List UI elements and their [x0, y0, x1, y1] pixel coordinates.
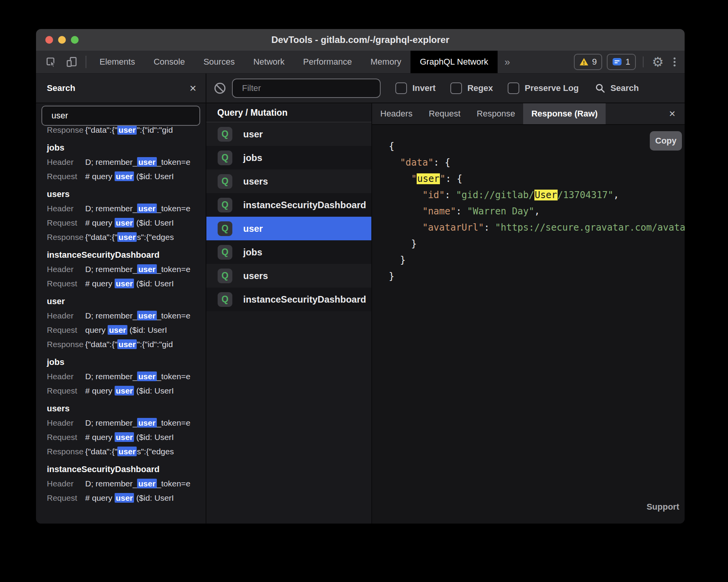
search-result-entry: usersHeaderD; remember_user_token=eReque…: [36, 187, 206, 244]
query-list-item[interactable]: Qjobs: [206, 146, 371, 169]
search-result-line[interactable]: Response{"data":{"user":{"id":"gid: [36, 337, 206, 351]
clear-requests-icon[interactable]: [213, 82, 227, 95]
search-result-heading[interactable]: user: [36, 294, 206, 308]
tab-sources[interactable]: Sources: [194, 51, 244, 73]
json-token: [389, 157, 400, 168]
messages-badge[interactable]: 1: [607, 54, 635, 70]
search-result-line[interactable]: HeaderD; remember_user_token=e: [36, 262, 206, 276]
tab-network[interactable]: Network: [244, 51, 294, 73]
search-result-heading[interactable]: users: [36, 187, 206, 201]
detail-tab-response-raw-[interactable]: Response (Raw): [523, 103, 606, 124]
search-result-line[interactable]: Request# query user ($id: UserI: [36, 276, 206, 291]
copy-button[interactable]: Copy: [650, 131, 682, 151]
result-line-label: Request: [47, 172, 85, 181]
support-link[interactable]: Support: [647, 499, 679, 515]
text-run: D; remember_: [85, 157, 137, 166]
search-result-line[interactable]: HeaderD; remember_user_token=e: [36, 476, 206, 491]
search-panel-title: Search: [47, 83, 75, 93]
search-result-line[interactable]: Response{"data":{"user":{"id":"gid: [36, 126, 206, 137]
result-line-content: {"data":{"user":{"id":"gid: [85, 126, 173, 135]
search-result-line[interactable]: HeaderD; remember_user_token=e: [36, 308, 206, 323]
more-options-icon[interactable]: [668, 51, 682, 73]
devtools-tabbar: ElementsConsoleSourcesNetworkPerformance…: [36, 51, 685, 74]
query-list-item[interactable]: Qjobs: [206, 240, 371, 264]
text-run: # query: [85, 493, 115, 502]
search-result-line[interactable]: Request# query user ($id: UserI: [36, 430, 206, 444]
search-result-heading[interactable]: instanceSecurityDashboard: [36, 462, 206, 476]
text-run: ($id: UserI: [134, 493, 174, 502]
query-list-item[interactable]: QinstanceSecurityDashboard: [206, 193, 371, 217]
more-tabs-chevron-icon[interactable]: »: [498, 51, 517, 73]
search-result-line[interactable]: Request# query user ($id: UserI: [36, 383, 206, 398]
highlighted-match: user: [115, 171, 134, 181]
search-result-line[interactable]: HeaderD; remember_user_token=e: [36, 369, 206, 383]
result-line-content: # query user ($id: UserI: [85, 172, 174, 181]
tab-performance[interactable]: Performance: [294, 51, 361, 73]
result-line-label: Response: [47, 340, 85, 349]
filter-toolbar: Invert Regex Preserve Log: [206, 74, 685, 103]
text-run: query: [85, 325, 108, 334]
detail-tab-response[interactable]: Response: [469, 103, 523, 124]
settings-gear-icon[interactable]: ⚙: [648, 51, 668, 73]
inspect-element-icon[interactable]: [41, 51, 62, 73]
minimize-window-button[interactable]: [58, 36, 66, 44]
tab-elements[interactable]: Elements: [90, 51, 144, 73]
query-list-item[interactable]: QinstanceSecurityDashboard: [206, 288, 371, 311]
query-item-label: user: [243, 223, 263, 234]
query-list-item[interactable]: Qusers: [206, 264, 371, 288]
search-result-heading[interactable]: instanceSecurityDashboard: [36, 248, 206, 262]
search-result-line[interactable]: HeaderD; remember_user_token=e: [36, 155, 206, 169]
json-token: "Warren Day": [467, 206, 534, 217]
search-result-entry: jobsHeaderD; remember_user_token=eReques…: [36, 355, 206, 398]
search-result-line[interactable]: Request# query user ($id: UserI: [36, 491, 206, 505]
query-list-item[interactable]: Qusers: [206, 169, 371, 193]
json-token: :: [484, 222, 495, 233]
search-result-line[interactable]: HeaderD; remember_user_token=e: [36, 416, 206, 430]
text-run: D; remember_: [85, 479, 137, 488]
device-toolbar-icon[interactable]: [62, 51, 82, 73]
query-type-icon: Q: [218, 245, 232, 260]
search-result-line[interactable]: HeaderD; remember_user_token=e: [36, 201, 206, 216]
highlighted-match: user: [117, 447, 137, 456]
result-line-content: {"data":{"users":{"edges: [85, 233, 174, 242]
tab-graphql-network[interactable]: GraphQL Network: [410, 51, 497, 73]
search-input[interactable]: [41, 106, 200, 126]
text-run: ":{"id":"gid: [137, 126, 173, 134]
close-window-button[interactable]: [45, 36, 53, 44]
regex-checkbox[interactable]: [450, 82, 462, 94]
close-search-panel-icon[interactable]: ×: [189, 82, 196, 94]
text-run: D; remember_: [85, 372, 137, 381]
search-toggle[interactable]: Search: [595, 83, 639, 94]
preserve-log-checkbox[interactable]: [508, 82, 519, 94]
query-list-item[interactable]: Quser: [206, 122, 371, 146]
result-line-content: # query user ($id: UserI: [85, 218, 174, 228]
warnings-badge[interactable]: 9: [574, 54, 602, 70]
json-token: "gid://gitlab/: [456, 190, 534, 200]
zoom-window-button[interactable]: [71, 36, 79, 44]
detail-tab-headers[interactable]: Headers: [372, 103, 421, 124]
search-result-line[interactable]: Response{"data":{"users":{"edges: [36, 230, 206, 244]
tab-memory[interactable]: Memory: [361, 51, 410, 73]
search-result-heading[interactable]: jobs: [36, 355, 206, 369]
response-raw-view: Copy { "data": { "user": { "id": "gid://…: [372, 125, 685, 524]
result-line-label: Header: [47, 157, 85, 167]
highlighted-match: user: [137, 371, 156, 381]
close-detail-icon[interactable]: ×: [660, 103, 685, 124]
highlighted-match: user: [137, 311, 156, 320]
search-result-line[interactable]: Requestquery user ($id: UserI: [36, 323, 206, 337]
search-result-line[interactable]: Request# query user ($id: UserI: [36, 169, 206, 183]
detail-tab-request[interactable]: Request: [421, 103, 469, 124]
text-run: ($id: UserI: [134, 172, 174, 181]
query-list-item[interactable]: Quser: [206, 217, 371, 240]
search-result-line[interactable]: Response{"data":{"users":{"edges: [36, 444, 206, 459]
text-run: # query: [85, 279, 115, 288]
invert-checkbox[interactable]: [395, 82, 407, 94]
filter-input[interactable]: [232, 79, 381, 98]
preserve-log-label: Preserve Log: [525, 83, 579, 93]
text-run: s":{"edges: [137, 447, 173, 456]
tab-console[interactable]: Console: [144, 51, 194, 73]
search-label: Search: [610, 83, 639, 93]
search-result-line[interactable]: Request# query user ($id: UserI: [36, 216, 206, 230]
search-result-heading[interactable]: users: [36, 401, 206, 416]
search-result-heading[interactable]: jobs: [36, 140, 206, 155]
